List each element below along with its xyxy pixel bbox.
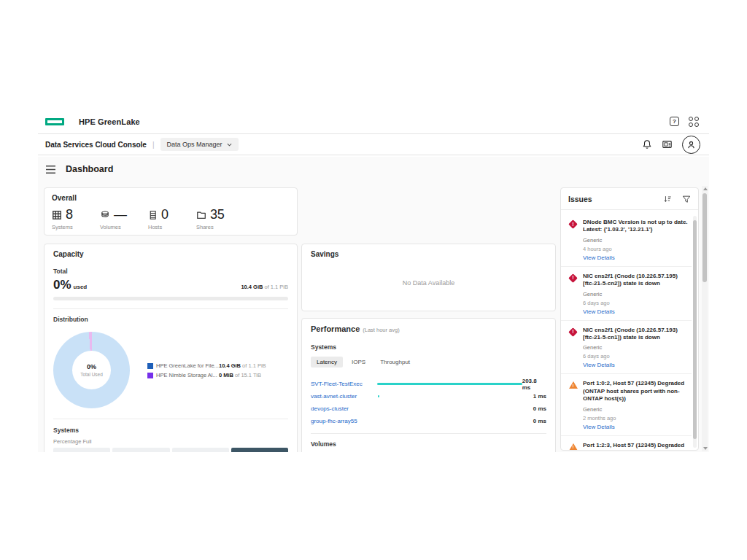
system-link[interactable]: SVT-Fleet-TestExec — [311, 381, 377, 387]
stat-systems[interactable]: 8 Systems — [52, 207, 100, 230]
issue-item: ! NIC ens2f1 (Cnode (10.226.57.195) [ftc… — [561, 267, 692, 321]
stat-shares[interactable]: 35 Shares — [196, 207, 244, 230]
latency-bar — [377, 383, 522, 385]
scroll-down-arrow[interactable] — [703, 447, 708, 450]
percentage-full-label: Percentage Full — [53, 438, 288, 445]
hosts-count: 0 — [161, 207, 169, 222]
savings-card: Savings No Data Available — [301, 244, 556, 311]
donut-center-value: 0% — [87, 363, 96, 370]
issue-item: ! NIC ens2f1 (Cnode (10.226.57.193) [ftc… — [561, 321, 692, 375]
stat-volumes[interactable]: — Volumes — [100, 207, 148, 230]
page-scroll-thumb[interactable] — [703, 193, 707, 282]
critical-diamond-icon: ! — [568, 327, 578, 369]
issue-category: Generic — [583, 237, 689, 244]
tab-latency[interactable]: Latency — [311, 357, 343, 368]
capacity-percent: 0% — [53, 278, 71, 292]
page-scrollbar[interactable] — [702, 186, 708, 451]
legend-item: HPE Nimble Storage Al... 0 MiB of 15.1 T… — [147, 372, 266, 378]
issue-title: Port 1:2:3, Host 57 (12345) Degraded (ON… — [583, 442, 689, 450]
distribution-legend: HPE GreenLake for File... 10.4 GiB of 1.… — [147, 362, 266, 408]
global-header: HPE GreenLake ? — [38, 109, 709, 134]
app-window: HPE GreenLake ? Data Services Cloud Cons… — [38, 109, 709, 155]
view-details-link[interactable]: View Details — [583, 308, 689, 315]
issue-time: 2 months ago — [583, 415, 689, 421]
issue-title: NIC ens2f1 (Cnode (10.226.57.195) [ftc-2… — [583, 273, 689, 288]
latency-row: SVT-Fleet-TestExec 203.8 ms — [311, 378, 546, 390]
performance-tabs: Latency IOPS Throughput — [311, 357, 546, 368]
scroll-up-arrow[interactable] — [703, 187, 708, 190]
capacity-used-suffix: used — [74, 284, 88, 290]
app-switcher-icon[interactable] — [689, 117, 699, 127]
page-title: Dashboard — [66, 164, 113, 174]
pct-bucket[interactable]: 0 — [53, 448, 110, 452]
view-details-link[interactable]: View Details — [583, 362, 689, 368]
legend-swatch-nimble — [147, 373, 153, 378]
hosts-label: Hosts — [148, 224, 196, 230]
performance-subtitle: (Last hour avg) — [363, 327, 399, 333]
view-details-link[interactable]: View Details — [583, 424, 689, 430]
capacity-total-label: Total — [53, 268, 288, 275]
app-selector-label: Data Ops Manager — [167, 141, 222, 148]
system-link[interactable]: group-fhc-array55 — [311, 418, 378, 424]
latency-value: 0 ms — [533, 405, 546, 412]
performance-card: Performance (Last hour avg) Systems Late… — [301, 318, 556, 452]
system-link[interactable]: vast-avnet-cluster — [311, 393, 378, 400]
help-icon[interactable]: ? — [670, 117, 679, 126]
critical-diamond-icon: ! — [568, 219, 578, 261]
stat-hosts[interactable]: 0 Hosts — [148, 207, 196, 230]
issue-time: 4 hours ago — [583, 246, 689, 252]
brand-title: HPE GreenLake — [79, 117, 140, 126]
chevron-down-icon — [227, 143, 232, 147]
sort-icon[interactable] — [663, 195, 672, 203]
issues-list[interactable]: ! DNode BMC Version is not up to date. L… — [561, 213, 692, 450]
shares-label: Shares — [196, 224, 244, 230]
console-header: Data Services Cloud Console | Data Ops M… — [38, 134, 709, 155]
distribution-donut[interactable]: 0% Total Used — [53, 332, 130, 408]
capacity-title: Capacity — [53, 250, 288, 258]
shares-count: 35 — [210, 207, 224, 222]
issues-scroll-thumb[interactable] — [693, 220, 697, 439]
tab-throughput[interactable]: Throughput — [374, 357, 416, 368]
pct-bucket[interactable]: 0 — [172, 448, 229, 452]
announcements-icon[interactable] — [662, 139, 673, 149]
performance-title: Performance — [311, 324, 360, 333]
capacity-systems-title: Systems — [53, 427, 288, 434]
notifications-bell-icon[interactable] — [642, 139, 652, 149]
performance-volumes-label: Volumes — [311, 440, 546, 448]
pct-bucket[interactable]: 0 — [112, 448, 169, 452]
distribution-title: Distribution — [53, 316, 288, 323]
app-selector-dropdown[interactable]: Data Ops Manager — [160, 138, 239, 151]
volumes-cylinder-icon — [100, 210, 110, 220]
issue-title: DNode BMC Version is not up to date. Lat… — [583, 219, 689, 234]
view-details-link[interactable]: View Details — [583, 254, 689, 261]
tab-iops[interactable]: IOPS — [346, 357, 371, 368]
volumes-label: Volumes — [100, 224, 148, 230]
issues-scrollbar[interactable] — [693, 216, 697, 448]
critical-diamond-icon: ! — [568, 273, 578, 315]
warning-triangle-icon: ! — [568, 381, 578, 429]
savings-empty-message: No Data Available — [302, 279, 555, 287]
issue-item: ! Port 1:0:2, Host 57 (12345) Degraded (… — [561, 374, 692, 435]
latency-row: devops-cluster 0 ms — [311, 402, 546, 415]
donut-center-label: Total Used — [80, 372, 103, 377]
menu-hamburger-icon[interactable] — [45, 165, 56, 174]
capacity-amount: 10.4 GiB of 1.1 PiB — [241, 284, 288, 290]
system-link[interactable]: devops-cluster — [311, 405, 378, 412]
systems-count: 8 — [66, 207, 73, 222]
donut-center: 0% Total Used — [72, 351, 111, 389]
pct-bucket[interactable]: 6 — [231, 448, 288, 452]
percentage-full-histogram: 0 0 0 6 — [53, 448, 288, 452]
issue-item: ! DNode BMC Version is not up to date. L… — [561, 213, 692, 267]
issue-category: Generic — [583, 406, 689, 413]
filter-funnel-icon[interactable] — [682, 195, 691, 203]
hosts-server-icon — [148, 210, 158, 220]
performance-systems-label: Systems — [311, 343, 546, 351]
divider — [53, 308, 288, 309]
systems-label: Systems — [52, 224, 100, 230]
console-title: Data Services Cloud Console — [45, 141, 147, 149]
overall-title: Overall — [52, 194, 290, 202]
overall-card: Overall 8 Systems — Volumes — [44, 187, 298, 236]
dashboard-content: Dashboard Overall 8 Systems — — [38, 157, 709, 452]
latency-value: 203.8 ms — [522, 378, 546, 391]
user-avatar[interactable] — [682, 136, 700, 154]
